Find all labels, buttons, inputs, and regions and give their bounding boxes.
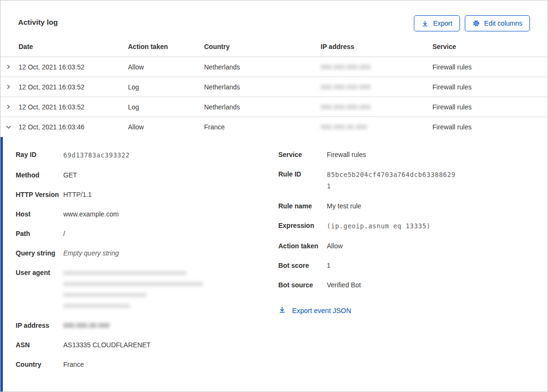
cell-service: Firewall rules xyxy=(432,103,548,111)
detail-value: My test rule xyxy=(327,201,361,211)
redacted-ip-value: 000.000.000.000 xyxy=(321,63,371,71)
cell-date: 12 Oct, 2021 16:03:52 xyxy=(19,83,128,91)
column-header-date: Date xyxy=(19,43,128,50)
column-header-service: Service xyxy=(432,43,548,50)
detail-label: Ray ID xyxy=(16,149,63,160)
cell-action: Allow xyxy=(128,123,204,131)
redacted-ip-value: 000.000.00.000 xyxy=(63,320,109,331)
edit-columns-button-label: Edit columns xyxy=(484,20,522,27)
detail-label: Country xyxy=(16,359,63,370)
redacted-user-agent-value: xxxxxxxxxxxxxxxxxxxxxxxxxxxxxxxxxxxxx xx… xyxy=(63,267,203,311)
export-button[interactable]: Export xyxy=(414,15,460,31)
event-detail-panel: Ray ID 69d13783ac393322 Method GET HTTP … xyxy=(0,137,548,392)
column-header-country: Country xyxy=(204,43,321,50)
cell-country: Netherlands xyxy=(204,83,321,91)
table-row[interactable]: 12 Oct, 2021 16:03:52 Log Netherlands 00… xyxy=(0,77,548,97)
detail-value: Verified Bot xyxy=(327,280,361,290)
export-event-json-label: Export event JSON xyxy=(292,307,351,314)
detail-label: ASN xyxy=(16,340,63,350)
chevron-right-icon[interactable] xyxy=(5,84,19,90)
download-icon xyxy=(421,20,429,27)
table-header-row: Date Action taken Country IP address Ser… xyxy=(0,31,548,57)
chevron-right-icon[interactable] xyxy=(5,104,19,110)
detail-row-ip-address: IP address 000.000.00.000 xyxy=(16,320,278,331)
detail-label: Bot source xyxy=(278,280,327,290)
detail-label: Service xyxy=(278,149,327,160)
detail-value: 1 xyxy=(327,260,331,271)
detail-value: Allow xyxy=(327,241,342,251)
detail-label: Method xyxy=(16,170,63,180)
redacted-line: xxxxxxxxxxxxxxxxxxxxxxxxx xyxy=(63,289,203,300)
detail-row-rule-id: Rule ID 85bce5b204cf4703a764dcb633886291 xyxy=(278,169,548,192)
redacted-line: xxxxxxxxxxxxxxxxxxxxxxxxxxxxxxxxxxxxx xyxy=(63,267,203,278)
export-event-json-link[interactable]: Export event JSON xyxy=(278,306,351,315)
detail-row-bot-score: Bot score 1 xyxy=(278,260,548,271)
redacted-ip-value: 000.000.00.000 xyxy=(321,123,367,131)
cell-action: Log xyxy=(128,83,204,91)
cell-date: 12 Oct, 2021 16:03:52 xyxy=(19,63,128,71)
cell-date: 12 Oct, 2021 16:03:46 xyxy=(19,123,128,131)
cell-action: Allow xyxy=(128,63,204,71)
activity-log-panel: Activity log Export Edit c xyxy=(0,0,548,392)
detail-value: Firewall rules xyxy=(327,149,366,160)
redacted-ip-value: 000.000.000.000 xyxy=(321,103,371,111)
detail-row-query-string: Query string Empty query string xyxy=(16,248,278,258)
detail-value: 69d13783ac393322 xyxy=(63,149,130,161)
redacted-line: xxxxxxxxxxxxxxxxxxxx xyxy=(63,300,203,311)
detail-row-host: Host www.example.com xyxy=(16,209,278,219)
cell-service: Firewall rules xyxy=(432,63,548,71)
detail-row-service: Service Firewall rules xyxy=(278,149,548,160)
detail-label: HTTP Version xyxy=(16,189,63,200)
cell-country: Netherlands xyxy=(204,63,321,71)
edit-columns-button[interactable]: Edit columns xyxy=(465,15,530,31)
detail-label: Bot score xyxy=(278,260,327,271)
detail-row-bot-source: Bot source Verified Bot xyxy=(278,280,548,290)
detail-value: HTTP/1.1 xyxy=(63,189,92,200)
detail-label: Action taken xyxy=(278,241,327,251)
cell-service: Firewall rules xyxy=(432,123,548,131)
detail-row-path: Path / xyxy=(16,228,278,239)
detail-label: Query string xyxy=(16,248,63,258)
detail-row-rule-name: Rule name My test rule xyxy=(278,201,548,211)
detail-value: / xyxy=(63,228,65,239)
table-row[interactable]: 12 Oct, 2021 16:03:52 Log Netherlands 00… xyxy=(0,97,548,117)
detail-row-asn: ASN AS13335 CLOUDFLARENET xyxy=(16,340,278,350)
page-title: Activity log xyxy=(18,18,58,27)
detail-value: 85bce5b204cf4703a764dcb633886291 xyxy=(327,169,456,192)
detail-value: www.example.com xyxy=(63,209,119,219)
column-header-action: Action taken xyxy=(128,43,204,50)
detail-value: Empty query string xyxy=(63,248,119,258)
redacted-ip-value: 000.000.000.000 xyxy=(321,83,371,91)
detail-value: (ip.geoip.asnum eq 13335) xyxy=(327,220,431,232)
detail-value: AS13335 CLOUDFLARENET xyxy=(63,340,151,350)
cell-country: Netherlands xyxy=(204,103,321,111)
detail-right-column: Service Firewall rules Rule ID 85bce5b20… xyxy=(278,149,548,315)
cell-country: France xyxy=(204,123,321,131)
detail-row-user-agent: User agent xxxxxxxxxxxxxxxxxxxxxxxxxxxxx… xyxy=(16,267,278,311)
cell-date: 12 Oct, 2021 16:03:52 xyxy=(19,103,128,111)
detail-row-http-version: HTTP Version HTTP/1.1 xyxy=(16,189,278,200)
download-icon xyxy=(278,306,286,315)
toolbar-actions: Export Edit columns xyxy=(414,15,530,31)
detail-row-expression: Expression (ip.geoip.asnum eq 13335) xyxy=(278,220,548,232)
detail-label: Host xyxy=(16,209,63,219)
detail-row-ray-id: Ray ID 69d13783ac393322 xyxy=(16,149,278,161)
table-row[interactable]: 12 Oct, 2021 16:03:52 Allow Netherlands … xyxy=(0,57,548,77)
detail-row-action-taken: Action taken Allow xyxy=(278,241,548,251)
detail-label: IP address xyxy=(16,320,63,331)
redacted-line: xxxxxxxxxxxxxxxxxxxxxxxxxxxxxxxxxxxxxxxx… xyxy=(63,278,203,289)
detail-label: Rule name xyxy=(278,201,327,211)
detail-row-country: Country France xyxy=(16,359,278,370)
topbar: Activity log Export Edit c xyxy=(0,0,548,31)
column-header-ip-address: IP address xyxy=(321,43,432,50)
chevron-right-icon[interactable] xyxy=(5,64,19,70)
detail-value: France xyxy=(63,359,84,370)
table-row-expanded[interactable]: 12 Oct, 2021 16:03:46 Allow France 000.0… xyxy=(0,117,548,137)
detail-value: GET xyxy=(63,170,77,180)
chevron-down-icon[interactable] xyxy=(5,124,19,130)
detail-left-column: Ray ID 69d13783ac393322 Method GET HTTP … xyxy=(3,149,278,379)
cell-service: Firewall rules xyxy=(432,83,548,91)
detail-row-method: Method GET xyxy=(16,170,278,180)
detail-label: Rule ID xyxy=(278,169,327,179)
detail-label: User agent xyxy=(16,267,63,278)
